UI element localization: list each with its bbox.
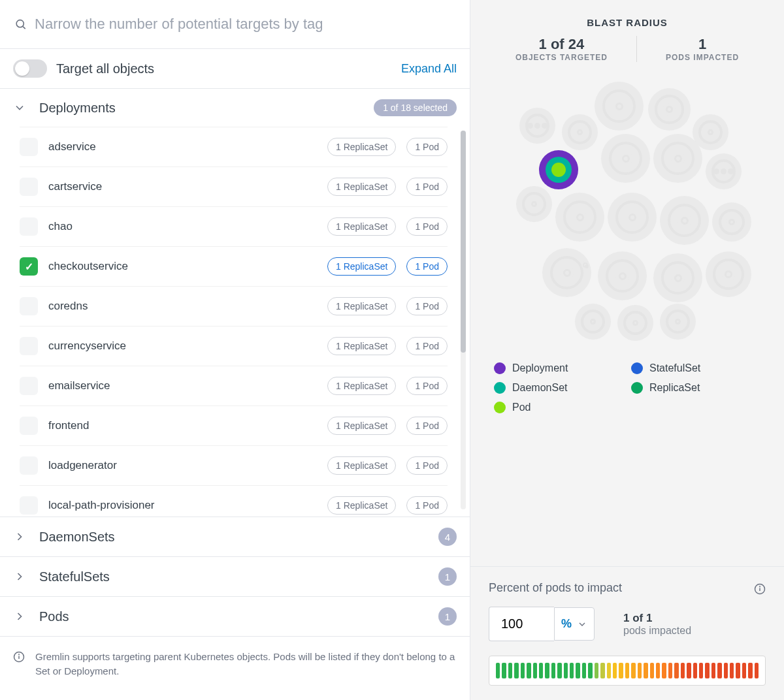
list-item: adservice 1 ReplicaSet 1 Pod: [20, 127, 448, 167]
selected-badge: 1 of 18 selected: [374, 99, 457, 116]
item-name: currencyservice: [48, 340, 317, 353]
gradient-segment: [533, 663, 537, 678]
checkbox[interactable]: [20, 496, 38, 515]
legend-dot: [494, 382, 506, 394]
daemonsets-section-header[interactable]: DaemonSets 4: [0, 517, 470, 556]
gradient-segment: [496, 663, 500, 678]
expand-all-link[interactable]: Expand All: [401, 62, 457, 76]
deployments-list: adservice 1 ReplicaSet 1 Pod cartservice…: [0, 127, 470, 517]
pod-tag: 1 Pod: [406, 217, 448, 236]
objects-targeted-stat: 1 of 24 OBJECTS TARGETED: [487, 36, 637, 62]
statefulsets-section-header[interactable]: StatefulSets 1: [0, 556, 470, 596]
impact-value-input[interactable]: [489, 607, 554, 641]
checkbox[interactable]: [20, 417, 38, 435]
gradient-segment: [742, 663, 746, 678]
viz-node: [653, 253, 702, 302]
pod-tag: 1 Pod: [406, 337, 448, 355]
gradient-segment: [681, 663, 685, 678]
gradient-segment: [545, 663, 549, 678]
gradient-segment: [619, 663, 623, 678]
item-name: frontend: [48, 419, 317, 432]
target-all-row: Target all objects Expand All: [0, 49, 470, 89]
checkbox[interactable]: [20, 138, 38, 156]
search-bar: [0, 0, 470, 49]
checkbox[interactable]: [20, 377, 38, 395]
gradient-segment: [600, 663, 604, 678]
checkbox[interactable]: [20, 178, 38, 196]
pod-tag: 1 Pod: [406, 178, 448, 196]
gradient-segment: [539, 663, 543, 678]
pod-tag: 1 Pod: [406, 297, 448, 315]
legend-label: Deployment: [512, 362, 568, 374]
viz-node: [595, 82, 644, 131]
chevron-down-icon: [577, 619, 587, 629]
replicaset-tag: 1 ReplicaSet: [327, 496, 396, 515]
svg-point-7: [760, 586, 760, 586]
impact-section: Percent of pods to impact % 1 of 1 pods …: [470, 566, 784, 700]
viz-node: [648, 88, 691, 131]
checkbox[interactable]: [20, 337, 38, 355]
item-name: checkoutservice: [48, 260, 317, 273]
stat-label: PODS IMPACTED: [666, 53, 739, 62]
list-item: loadgenerator 1 ReplicaSet 1 Pod: [20, 446, 448, 486]
deployments-section-header[interactable]: Deployments 1 of 18 selected: [0, 89, 470, 127]
list-item: cartservice 1 ReplicaSet 1 Pod: [20, 167, 448, 207]
blast-radius-header: BLAST RADIUS: [470, 0, 784, 36]
checkbox[interactable]: [20, 456, 38, 475]
item-name: loadgenerator: [48, 459, 317, 472]
legend-item: Pod: [494, 402, 592, 413]
viz-node: [519, 108, 555, 144]
legend-dot: [494, 362, 506, 374]
gradient-segment: [588, 663, 592, 678]
replicaset-tag: 1 ReplicaSet: [327, 377, 396, 395]
impact-result: 1 of 1 pods impacted: [623, 612, 691, 637]
viz-node: [653, 134, 702, 183]
gradient-segment: [521, 663, 525, 678]
gradient-segment: [502, 663, 506, 678]
search-icon: [14, 18, 27, 31]
checkbox[interactable]: [20, 297, 38, 315]
viz-node: [660, 304, 696, 340]
legend-item: ReplicaSet: [631, 382, 729, 394]
viz-node: [562, 114, 598, 150]
gradient-segment: [755, 663, 759, 678]
list-item: chao 1 ReplicaSet 1 Pod: [20, 207, 448, 247]
gradient-segment: [508, 663, 512, 678]
count-badge: 4: [438, 528, 457, 546]
legend-item: Deployment: [494, 362, 592, 374]
gradient-segment: [717, 663, 721, 678]
gradient-segment: [724, 663, 728, 678]
gradient-segment: [576, 663, 580, 678]
checkbox[interactable]: [20, 217, 38, 236]
target-all-toggle[interactable]: [13, 59, 47, 78]
pods-section-header[interactable]: Pods 1: [0, 596, 470, 636]
info-icon[interactable]: [754, 583, 766, 595]
chevron-down-icon: [13, 101, 26, 114]
gradient-segment: [705, 663, 709, 678]
pod-tag: 1 Pod: [406, 496, 448, 515]
checkbox[interactable]: [20, 257, 38, 276]
list-item: frontend 1 ReplicaSet 1 Pod: [20, 406, 448, 446]
legend-dot: [494, 402, 506, 413]
search-input[interactable]: [35, 16, 455, 33]
count-badge: 1: [438, 607, 457, 626]
gradient-segment: [736, 663, 740, 678]
replicaset-tag: 1 ReplicaSet: [327, 417, 396, 435]
gradient-segment: [687, 663, 691, 678]
item-name: emailservice: [48, 379, 317, 392]
impact-unit-select[interactable]: %: [554, 607, 595, 641]
pod-tag: 1 Pod: [406, 417, 448, 435]
gradient-segment: [650, 663, 654, 678]
chevron-right-icon: [13, 610, 26, 623]
list-item: coredns 1 ReplicaSet 1 Pod: [20, 287, 448, 326]
legend-dot: [631, 362, 643, 374]
section-title: StatefulSets: [39, 569, 425, 584]
section-title: Pods: [39, 609, 425, 624]
gradient-segment: [748, 663, 752, 678]
scrollbar[interactable]: [461, 131, 466, 509]
item-name: cartservice: [48, 180, 317, 193]
gradient-segment: [570, 663, 574, 678]
legend-dot: [631, 382, 643, 394]
pod-tag: 1 Pod: [406, 257, 448, 276]
pod-tag: 1 Pod: [406, 138, 448, 156]
